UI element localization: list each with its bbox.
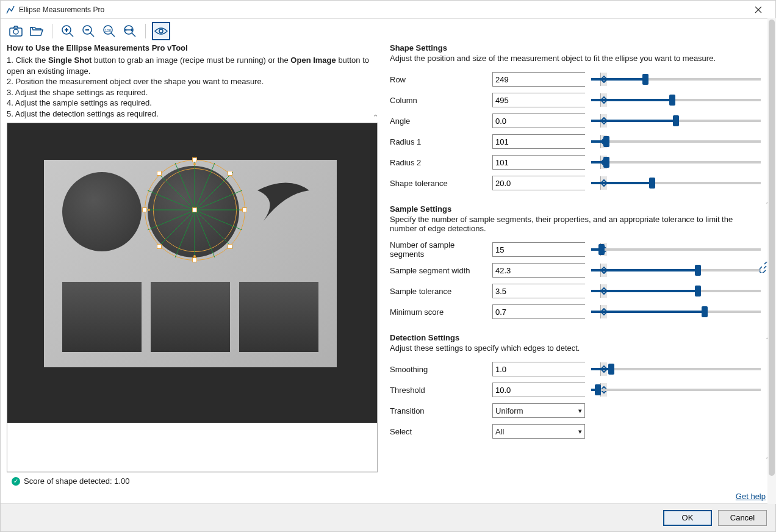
folder-open-icon	[30, 26, 43, 37]
transition-combo[interactable]: Uniform▾	[492, 403, 585, 418]
column-slider[interactable]	[591, 93, 761, 107]
shape-settings-desc: Adjust the position and size of the meas…	[390, 54, 761, 63]
radius2-slider[interactable]	[591, 155, 761, 170]
smooth-spinbox[interactable]	[492, 362, 585, 376]
status-text: Score of shape detected: 1.00	[24, 476, 129, 486]
image-panel: ⌃	[7, 123, 378, 472]
zoom-100-icon: 100	[102, 24, 116, 38]
separator	[145, 24, 146, 38]
column-spinbox[interactable]	[492, 93, 585, 107]
howto-panel: How to Use the Ellipse Measurements Pro …	[7, 43, 378, 119]
svg-text:100: 100	[105, 29, 112, 32]
howto-step1: 1. Click the Single Shot button to grab …	[7, 55, 378, 76]
smooth-input[interactable]	[493, 362, 600, 376]
toolbar: 100	[1, 19, 775, 43]
single-shot-button[interactable]	[7, 22, 25, 40]
zoom-fit-button[interactable]	[121, 22, 139, 40]
howto-step2: 2. Position the measurement object over …	[7, 76, 378, 87]
status-ok-icon: ✓	[12, 477, 20, 486]
mscore-slider[interactable]	[591, 304, 761, 319]
zoom-in-button[interactable]	[59, 22, 77, 40]
mscore-input[interactable]	[493, 305, 600, 318]
thresh-input[interactable]	[493, 383, 600, 397]
zoom-in-icon	[61, 24, 74, 38]
howto-step5: 5. Adjust the detection settings as requ…	[7, 109, 378, 120]
status-bar: ✓ Score of shape detected: 1.00	[7, 472, 378, 489]
row-slider[interactable]	[591, 72, 761, 87]
ok-button[interactable]: OK	[663, 510, 712, 526]
radius1-input[interactable]	[493, 135, 600, 148]
detection-settings-section: Detection Settings Adjust these settings…	[390, 333, 761, 442]
zoom-fit-icon	[123, 24, 137, 38]
howto-step3: 3. Adjust the shape settings as required…	[7, 87, 378, 98]
scrollbar-thumb[interactable]	[769, 20, 775, 476]
howto-step4: 4. Adjust the sample settings as require…	[7, 98, 378, 109]
shapetol-slider[interactable]	[591, 176, 761, 190]
zoom-out-icon	[82, 24, 95, 38]
zoom-out-button[interactable]	[79, 22, 98, 40]
scrollbar[interactable]	[767, 18, 776, 504]
radius1-slider[interactable]	[591, 134, 761, 149]
shape-settings-title: Shape Settings	[390, 43, 761, 52]
smooth-slider[interactable]	[591, 362, 761, 376]
column-input[interactable]	[493, 93, 600, 107]
detection-settings-desc: Adjust these settings to specify which e…	[390, 343, 761, 353]
camera-icon	[9, 26, 23, 37]
shape-settings-section: Shape Settings Adjust the position and s…	[390, 43, 761, 193]
radius1-spinbox[interactable]	[492, 134, 585, 149]
chevron-down-icon: ▾	[578, 428, 582, 436]
separator	[52, 24, 52, 38]
nseg-slider[interactable]	[591, 242, 761, 257]
shapetol-spinbox[interactable]	[492, 176, 585, 190]
preview-toggle-button[interactable]	[152, 22, 170, 40]
nseg-spinbox[interactable]	[492, 242, 585, 257]
angle-spinbox[interactable]	[492, 113, 585, 128]
stol-slider[interactable]	[591, 284, 761, 298]
get-help-link[interactable]: Get help	[736, 492, 766, 501]
radius2-input[interactable]	[493, 156, 600, 169]
thresh-spinbox[interactable]	[492, 383, 585, 397]
button-bar: OK Cancel	[1, 503, 775, 531]
sample-settings-section: Sample Settings Specify the number of sa…	[390, 204, 761, 322]
window-title: Ellipse Measurements Pro	[19, 5, 746, 14]
titlebar: Ellipse Measurements Pro	[1, 1, 775, 19]
stol-spinbox[interactable]	[492, 284, 585, 298]
swidth-slider[interactable]	[591, 263, 761, 278]
panel-collapse-toggle[interactable]: ⌃	[373, 113, 378, 121]
radius2-spinbox[interactable]	[492, 155, 585, 170]
angle-input[interactable]	[493, 114, 600, 128]
eye-icon	[154, 26, 168, 36]
row-input[interactable]	[493, 73, 600, 86]
open-image-button[interactable]	[27, 22, 46, 40]
row-spinbox[interactable]	[492, 72, 585, 87]
cancel-button[interactable]: Cancel	[718, 510, 767, 526]
app-icon	[5, 5, 15, 15]
shapetol-input[interactable]	[493, 176, 600, 190]
stol-input[interactable]	[493, 284, 600, 298]
nseg-input[interactable]	[493, 243, 600, 256]
howto-heading: How to Use the Ellipse Measurements Pro …	[7, 43, 378, 52]
footer-links: Get help	[1, 492, 775, 503]
close-button[interactable]	[746, 1, 771, 18]
sample-settings-desc: Specify the number of sample segments, t…	[390, 215, 761, 233]
swidth-spinbox[interactable]	[492, 263, 585, 278]
mscore-spinbox[interactable]	[492, 304, 585, 319]
detection-settings-title: Detection Settings	[390, 333, 761, 342]
swidth-input[interactable]	[493, 264, 600, 277]
close-icon	[755, 6, 762, 13]
thresh-slider[interactable]	[591, 383, 761, 397]
svg-point-7	[159, 29, 163, 33]
zoom-100-button[interactable]: 100	[100, 22, 118, 40]
settings-panel: Shape Settings Adjust the position and s…	[390, 43, 769, 489]
svg-point-1	[13, 29, 18, 34]
row-param-row: Row	[390, 69, 761, 90]
angle-slider[interactable]	[591, 113, 761, 128]
sample-settings-title: Sample Settings	[390, 204, 761, 214]
image-view[interactable]	[7, 123, 377, 423]
chevron-down-icon: ▾	[578, 407, 582, 415]
select-combo[interactable]: All▾	[492, 424, 585, 439]
